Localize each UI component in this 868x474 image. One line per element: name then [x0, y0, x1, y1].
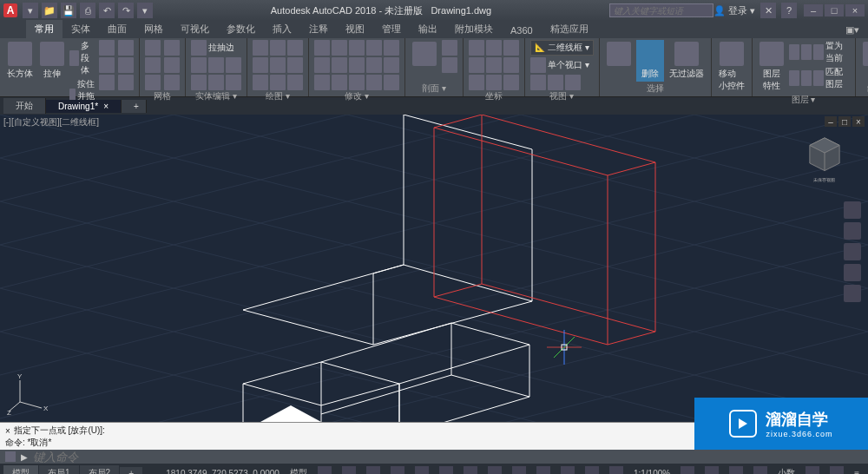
- visual-style-dropdown[interactable]: 📐 二维线框 ▾: [530, 40, 594, 56]
- ortho-toggle-icon[interactable]: [366, 466, 380, 474]
- polysolid-label[interactable]: 多段体: [81, 40, 96, 76]
- panel-label[interactable]: 绘图 ▾: [253, 90, 303, 102]
- circle-icon[interactable]: [287, 40, 303, 56]
- annoscale-dropdown[interactable]: 1:1/100%: [628, 469, 675, 475]
- osnap-toggle-icon[interactable]: [415, 466, 429, 474]
- ucs1-icon[interactable]: [469, 40, 484, 56]
- vp4-icon[interactable]: [565, 75, 581, 90]
- extractedge-label[interactable]: 拉抽边: [208, 42, 234, 54]
- fillet-icon[interactable]: [191, 40, 207, 56]
- qat-saveas-icon[interactable]: ⎙: [80, 3, 95, 18]
- move-gizmo-button[interactable]: 移动 小控件: [717, 40, 746, 94]
- otrack-toggle-icon[interactable]: [464, 466, 477, 474]
- ucs9-icon[interactable]: [503, 75, 519, 90]
- layout1-tab[interactable]: 布局1: [39, 465, 79, 474]
- addj-icon[interactable]: [442, 57, 457, 73]
- setcurrent-label[interactable]: 置为当前: [825, 40, 849, 64]
- culling-button[interactable]: [605, 40, 633, 68]
- smooth-icon[interactable]: [145, 40, 161, 56]
- panel-label[interactable]: 图层 ▾: [758, 94, 850, 106]
- erase-icon[interactable]: [384, 57, 399, 73]
- group-button[interactable]: [861, 40, 868, 68]
- vp-max-icon[interactable]: □: [838, 116, 851, 127]
- lay6-icon[interactable]: [813, 70, 824, 86]
- drawing-canvas[interactable]: [0, 115, 868, 422]
- tab-drawing1[interactable]: Drawing1*×: [46, 100, 122, 113]
- vp-close-icon[interactable]: ×: [852, 116, 865, 127]
- lay4-icon[interactable]: [789, 70, 799, 86]
- clean-icon[interactable]: [830, 466, 844, 474]
- qat-redo-icon[interactable]: ↷: [118, 3, 134, 18]
- cmd-prompt-icon[interactable]: [5, 451, 16, 462]
- spline-icon[interactable]: [253, 75, 268, 90]
- ribbon-tab-manage[interactable]: 管理: [373, 20, 410, 38]
- ribbon-tab-annotate[interactable]: 注释: [300, 20, 337, 38]
- iso-icon[interactable]: [806, 466, 819, 474]
- mode1-icon[interactable]: [164, 40, 180, 56]
- pt-icon[interactable]: [287, 75, 303, 90]
- liveS-icon[interactable]: [442, 40, 457, 56]
- search-input[interactable]: [609, 3, 713, 17]
- explode-icon[interactable]: [314, 75, 330, 90]
- panel-label[interactable]: 选择: [605, 82, 706, 95]
- ucs5-icon[interactable]: [486, 57, 502, 73]
- stretch-icon[interactable]: [314, 57, 330, 73]
- lwt-toggle-icon[interactable]: [536, 466, 550, 474]
- qat-undo-icon[interactable]: ↶: [99, 3, 115, 18]
- vp2-icon[interactable]: [530, 75, 546, 90]
- panel-label[interactable]: 网格: [145, 90, 180, 102]
- cmd-close[interactable]: ×: [5, 425, 10, 437]
- arc-icon[interactable]: [253, 57, 268, 73]
- hatch-icon[interactable]: [270, 75, 286, 90]
- ucs-icon[interactable]: Y X Z: [7, 372, 50, 415]
- ucs6-icon[interactable]: [503, 57, 519, 73]
- copy-icon[interactable]: [332, 40, 347, 56]
- se5-icon[interactable]: [208, 75, 224, 90]
- ducs-toggle-icon[interactable]: [488, 466, 502, 474]
- tab-start[interactable]: 开始: [3, 98, 46, 114]
- layer-props-button[interactable]: 图层 特性: [758, 40, 786, 94]
- snap-toggle-icon[interactable]: [342, 466, 356, 474]
- vp1-icon[interactable]: [530, 57, 546, 73]
- app-icon[interactable]: A: [3, 3, 17, 17]
- qp-toggle-icon[interactable]: [585, 466, 599, 474]
- lay2-icon[interactable]: [801, 44, 812, 60]
- subtract-icon[interactable]: [118, 57, 134, 73]
- se6-icon[interactable]: [226, 75, 241, 90]
- convert-icon[interactable]: [145, 75, 161, 90]
- matchlayer-label[interactable]: 匹配图层: [825, 66, 849, 90]
- ribbon-tab-home[interactable]: 常用: [26, 20, 62, 38]
- lay1-icon[interactable]: [789, 44, 799, 60]
- lay5-icon[interactable]: [801, 70, 812, 86]
- move-icon[interactable]: [314, 40, 330, 56]
- annovisibility-icon[interactable]: [705, 466, 719, 474]
- mode3-icon[interactable]: [164, 75, 180, 90]
- ribbon-tab-surface[interactable]: 曲面: [99, 20, 135, 38]
- rotate-icon[interactable]: [349, 40, 365, 56]
- help-icon[interactable]: ?: [781, 3, 797, 18]
- viewport-label[interactable]: [-][自定义视图][二维线框]: [3, 116, 99, 128]
- scale-icon[interactable]: [332, 57, 347, 73]
- rect-icon[interactable]: [270, 57, 286, 73]
- nav-pan-icon[interactable]: [844, 222, 861, 240]
- pline-icon[interactable]: [270, 40, 286, 56]
- ellipse-icon[interactable]: [287, 57, 303, 73]
- ucs4-icon[interactable]: [469, 57, 484, 73]
- panel-label[interactable]: 组 ▾: [861, 82, 868, 95]
- delete-button[interactable]: 删除: [636, 40, 664, 82]
- ribbon-tab-featured[interactable]: 精选应用: [542, 20, 597, 38]
- vp3-icon[interactable]: [548, 75, 563, 90]
- extrude-button[interactable]: 拉伸: [38, 40, 66, 82]
- panel-label[interactable]: 剖面 ▾: [411, 82, 457, 95]
- panel-label[interactable]: 视图 ▾: [530, 90, 594, 102]
- mesh-icon[interactable]: [145, 57, 161, 73]
- grid-toggle-icon[interactable]: [318, 466, 332, 474]
- ucs3-icon[interactable]: [503, 40, 519, 56]
- nav-wheel-icon[interactable]: [844, 201, 861, 219]
- chamfer-icon[interactable]: [332, 75, 347, 90]
- command-input[interactable]: [33, 451, 863, 464]
- close-button[interactable]: ×: [845, 4, 865, 16]
- union-icon[interactable]: [118, 40, 134, 56]
- ribbon-tab-solid[interactable]: 实体: [62, 20, 99, 38]
- nofilter-button[interactable]: 无过滤器: [667, 40, 706, 82]
